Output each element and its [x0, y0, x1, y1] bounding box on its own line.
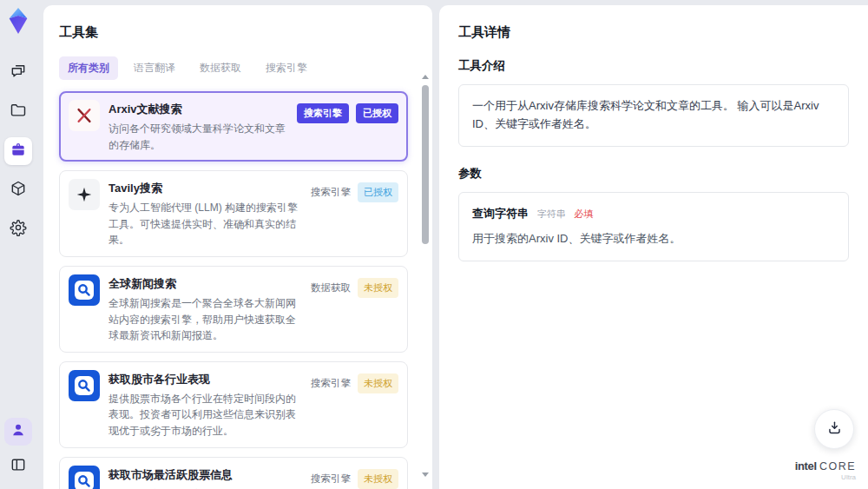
panel-toggle-icon: [10, 456, 27, 477]
download-button[interactable]: [814, 409, 854, 449]
magnifier-app-icon: [69, 466, 100, 489]
scrollbar-thumb[interactable]: [422, 85, 429, 244]
sparkle-icon: [69, 179, 100, 210]
sidebar-item-packages[interactable]: [4, 176, 32, 204]
sidebar-item-files[interactable]: [4, 98, 32, 126]
tool-description: 专为人工智能代理 (LLM) 构建的搜索引擎工具。可快速提供实时、准确和真实的结…: [108, 200, 302, 248]
folder-icon: [10, 102, 27, 122]
tool-category-tag: 搜索引擎: [311, 373, 351, 393]
parameter-box: 查询字符串 字符串 必填 用于搜索的Arxiv ID、关键字或作者姓名。: [458, 192, 849, 262]
parameter-header: 查询字符串 字符串 必填: [472, 205, 835, 223]
tier-brand-text: Ultra: [795, 474, 856, 482]
magnifier-app-icon: [69, 274, 100, 306]
sidebar-bottom: [4, 418, 32, 489]
sidebar-item-collapse[interactable]: [4, 453, 32, 480]
tool-tags: 搜索引擎 未授权: [311, 370, 398, 439]
user-icon: [10, 421, 27, 442]
app-logo-icon: [5, 7, 31, 36]
tool-auth-badge: 已授权: [356, 103, 398, 123]
tool-card[interactable]: Tavily搜索 专为人工智能代理 (LLM) 构建的搜索引擎工具。可快速提供实…: [59, 170, 408, 257]
tool-card[interactable]: 全球新闻搜索 全球新闻搜索是一个聚合全球各大新闻网站内容的搜索引擎，帮助用户快速…: [59, 266, 408, 353]
tab-1[interactable]: 语言翻译: [125, 56, 184, 80]
sidebar-item-toolbox[interactable]: [4, 137, 32, 165]
tool-card[interactable]: Arxiv文献搜索 访问各个研究领域大量科学论文和文章的存储库。 搜索引擎 已授…: [59, 91, 408, 162]
category-tabs: 所有类别语言翻译数据获取搜索引擎: [59, 56, 420, 80]
settings-icon: [10, 219, 27, 240]
sidebar-item-chat[interactable]: [4, 59, 32, 87]
parameter-type: 字符串: [537, 208, 566, 219]
download-icon: [826, 420, 843, 439]
arxiv-x-icon: [69, 100, 100, 131]
sidebar: [0, 0, 36, 489]
tool-name: Tavily搜索: [108, 181, 302, 196]
toolbox-icon: [10, 141, 27, 162]
sidebar-item-settings[interactable]: [4, 215, 32, 243]
intel-core-logo: intelcore Ultra: [795, 458, 856, 482]
tool-name: 全球新闻搜索: [108, 276, 302, 292]
tool-intro-text: 一个用于从Arxiv存储库搜索科学论文和文章的工具。 输入可以是Arxiv ID…: [472, 99, 819, 130]
tool-category-tag: 搜索引擎: [297, 103, 349, 123]
tool-list: Arxiv文献搜索 访问各个研究领域大量科学论文和文章的存储库。 搜索引擎 已授…: [59, 91, 420, 489]
intro-section-title: 工具介绍: [458, 58, 849, 74]
tool-category-tag: 数据获取: [311, 278, 351, 298]
tools-panel: 工具集 所有类别语言翻译数据获取搜索引擎 Arxiv文献搜索 访问各个研究领域大…: [43, 5, 432, 489]
tool-category-tag: 搜索引擎: [311, 469, 351, 489]
detail-panel-title: 工具详情: [458, 24, 849, 41]
tool-detail-panel: 工具详情 工具介绍 一个用于从Arxiv存储库搜索科学论文和文章的工具。 输入可…: [439, 5, 868, 489]
tool-intro-box: 一个用于从Arxiv存储库搜索科学论文和文章的工具。 输入可以是Arxiv ID…: [458, 84, 849, 147]
tool-name: Arxiv文献搜索: [108, 102, 288, 117]
params-section-title: 参数: [458, 166, 849, 182]
tab-3[interactable]: 搜索引擎: [257, 56, 316, 80]
tool-auth-badge: 未授权: [358, 278, 398, 298]
tool-description: 全球新闻搜索是一个聚合全球各大新闻网站内容的搜索引擎，帮助用户快速获取全球最新资…: [108, 295, 302, 344]
sidebar-nav: [4, 59, 32, 243]
tab-0[interactable]: 所有类别: [59, 56, 118, 80]
tool-auth-badge: 未授权: [358, 373, 398, 393]
tool-card[interactable]: 获取股市各行业表现 提供股票市场各个行业在特定时间段内的表现。投资者可以利用这些…: [59, 361, 408, 448]
tool-tags: 搜索引擎 已授权: [311, 179, 398, 248]
scroll-down-arrow[interactable]: [422, 472, 429, 477]
tab-2[interactable]: 数据获取: [191, 56, 250, 80]
parameter-description: 用于搜索的Arxiv ID、关键字或作者姓名。: [472, 230, 835, 248]
tool-name: 获取股市各行业表现: [108, 372, 302, 387]
tool-name: 获取市场最活跃股票信息: [108, 467, 302, 483]
tool-auth-badge: 已授权: [358, 182, 398, 202]
package-icon: [10, 180, 27, 201]
tool-category-tag: 搜索引擎: [311, 182, 351, 202]
tool-auth-badge: 未授权: [358, 469, 398, 489]
tool-description: 提供股票市场各个行业在特定时间段内的表现。投资者可以利用这些信息来识别表现优于或…: [108, 391, 302, 439]
tool-description: 提供当天交易量最高的股票列表，投资者可以利用这些信息来识别流动性强的股票和潜在的…: [108, 486, 302, 489]
magnifier-app-icon: [69, 370, 100, 401]
parameter-required-badge: 必填: [574, 208, 593, 219]
tool-tags: 搜索引擎 未授权: [311, 466, 398, 489]
tools-panel-title: 工具集: [59, 24, 420, 41]
sidebar-item-account[interactable]: [4, 418, 32, 446]
tool-tags: 数据获取 未授权: [311, 274, 398, 344]
intel-brand-text: intel: [795, 459, 817, 472]
scroll-up-arrow[interactable]: [422, 75, 429, 79]
chat-icon: [10, 63, 27, 83]
tool-description: 访问各个研究领域大量科学论文和文章的存储库。: [108, 121, 288, 153]
tool-tags: 搜索引擎 已授权: [297, 100, 398, 153]
list-scrollbar: [421, 75, 430, 477]
core-brand-text: core: [819, 460, 856, 472]
tool-card[interactable]: 获取市场最活跃股票信息 提供当天交易量最高的股票列表，投资者可以利用这些信息来识…: [59, 457, 408, 489]
parameter-name: 查询字符串: [472, 207, 529, 220]
